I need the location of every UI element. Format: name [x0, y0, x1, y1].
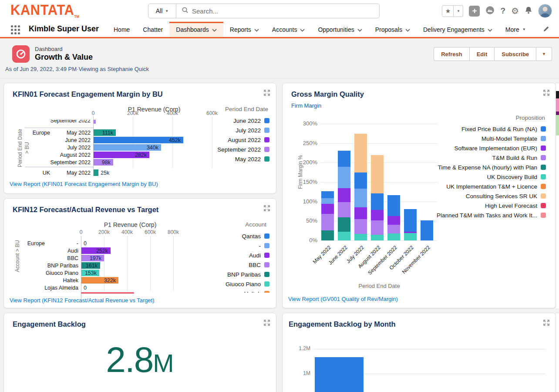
legend-label: Audi [249, 252, 261, 259]
stack-segment[interactable] [404, 233, 417, 240]
y-axis-tick: 150% [295, 179, 317, 185]
legend-swatch [264, 253, 269, 258]
stack-segment[interactable] [354, 219, 367, 234]
stack-segment[interactable] [387, 225, 400, 233]
edit-button[interactable]: Edit [470, 47, 495, 61]
stack-segment[interactable] [338, 151, 350, 167]
x-axis-tick: 600k [141, 229, 160, 235]
expand-icon[interactable] [264, 320, 270, 328]
stack-segment[interactable] [371, 210, 384, 220]
tab-accounts[interactable]: Accounts [266, 22, 312, 37]
bar-value-label: 153k [85, 270, 97, 276]
chevron-down-icon: ▼ [165, 9, 168, 13]
stack-segment[interactable] [421, 220, 433, 240]
bar[interactable] [94, 120, 96, 124]
widget-title: Engagement Backlog [13, 320, 86, 328]
stack-segment[interactable] [338, 232, 350, 240]
stack-segment[interactable] [321, 204, 334, 214]
stack-segment[interactable] [321, 191, 334, 198]
legend-swatch [264, 291, 269, 293]
x-axis-tick: 200k [94, 229, 114, 235]
cutoff-widget-sliver [556, 83, 559, 308]
stack-segment[interactable] [371, 220, 384, 235]
setup-gear-icon[interactable]: ⚙ [511, 7, 519, 15]
stack-segment[interactable] [321, 198, 334, 204]
x-axis-tick: 600k [202, 110, 222, 116]
bar[interactable] [315, 357, 364, 392]
tab-reports[interactable]: Reports [223, 22, 266, 37]
stack-segment[interactable] [338, 217, 350, 232]
legend-label: August 2022 [228, 137, 261, 143]
kfin01-legend: June 2022July 2022August 2022September 2… [191, 116, 269, 164]
target-line [81, 292, 134, 294]
bar[interactable] [94, 169, 98, 176]
row-label: June 2022 [50, 137, 91, 143]
tab-label: Proposals [375, 26, 402, 33]
stack-segment[interactable] [371, 155, 384, 193]
tab-chatter[interactable]: Chatter [136, 22, 169, 37]
tab-label: Opportunities [318, 26, 354, 33]
tab-dashboards[interactable]: Dashboards [169, 22, 223, 37]
stack-segment[interactable] [321, 230, 334, 240]
legend-item: Planned T&M with Tasks and Work It... [387, 210, 546, 220]
legend-swatch [264, 272, 269, 277]
global-search[interactable]: All▼ [148, 3, 380, 18]
stack-segment[interactable] [338, 188, 350, 202]
trailhead-icon[interactable] [485, 6, 495, 17]
tab-proposals[interactable]: Proposals [369, 22, 417, 37]
app-name[interactable]: Kimble Super User [29, 24, 99, 34]
more-actions-caret-button[interactable]: ▼ [536, 47, 552, 61]
legend-item: UK Implementation T&M + Licence [387, 182, 546, 191]
app-launcher-icon[interactable] [11, 25, 21, 35]
group-separator [25, 167, 93, 167]
legend-swatch [541, 145, 546, 151]
dashboard-actions: Refresh Edit Subscribe ▼ [434, 47, 552, 61]
stack-segment[interactable] [371, 235, 384, 240]
legend-swatch [541, 155, 546, 160]
stack-segment[interactable] [354, 207, 367, 219]
tab-more[interactable]: More▼ [499, 22, 532, 37]
cutoff-widget-sliver-2 [556, 313, 559, 392]
tab-delivery-engagements[interactable]: Delivery Engagements [417, 22, 499, 37]
search-scope-dropdown[interactable]: All▼ [148, 4, 176, 18]
tab-home[interactable]: Home [107, 22, 136, 37]
tab-label: Accounts [272, 26, 297, 33]
view-report-link[interactable]: View Report (GV001 Quality of Rev/Margin… [288, 296, 398, 302]
search-input[interactable] [192, 7, 379, 15]
favorites-caret-icon[interactable]: ▼ [454, 5, 463, 17]
edit-nav-pencil-icon[interactable] [543, 26, 549, 34]
view-report-link[interactable]: View Report (KFIN12 Forecast/Actual Reve… [10, 297, 155, 304]
favorites-star-icon[interactable]: ★ [442, 5, 454, 17]
stack-segment[interactable] [404, 232, 417, 233]
legend-item: Software Implementation (EUR) [387, 143, 546, 153]
legend-label: Fixed Price Build & Run (NA) [461, 126, 537, 132]
legend-item: September 2022 [191, 145, 269, 154]
legend-item: High Level Forecast [387, 201, 546, 210]
notifications-bell-icon[interactable] [525, 6, 532, 16]
legend-swatch [264, 147, 269, 152]
stack-segment[interactable] [387, 233, 400, 240]
view-report-link[interactable]: View Report (KFIN01 Forecast Engagement … [10, 181, 158, 187]
stack-segment[interactable] [371, 193, 384, 210]
kantata-logo[interactable]: KANTATATM [10, 2, 79, 19]
x-axis-tick: 0 [71, 229, 91, 235]
stack-segment[interactable] [354, 134, 367, 172]
stack-segment[interactable] [354, 189, 367, 207]
user-avatar[interactable] [538, 4, 552, 18]
kfin12-legend: Qantas-AudiBBCBNP ParibasGiuoco PianoHal… [191, 231, 269, 293]
stack-segment[interactable] [354, 234, 367, 240]
subscribe-button[interactable]: Subscribe [495, 47, 536, 61]
row-label: July 2022 [50, 145, 91, 151]
stack-segment[interactable] [338, 202, 350, 217]
help-icon[interactable]: ? [500, 6, 505, 16]
global-add-icon[interactable]: + [469, 6, 480, 17]
tab-opportunities[interactable]: Opportunities [311, 22, 368, 37]
refresh-button[interactable]: Refresh [434, 47, 469, 61]
x-axis-tick: 400k [118, 229, 137, 235]
stack-segment[interactable] [354, 172, 367, 189]
dashboard-page-header: Dashboard Growth & Value As of Jun 29, 2… [0, 40, 559, 78]
widget-engagement-backlog-by-month: Engagement Backlog by Month 1.2M1M [282, 313, 556, 392]
widget-gross-margin-quality: Gross Margin Quality Firm Margin Proposi… [282, 83, 556, 308]
stack-segment[interactable] [321, 214, 334, 230]
stack-segment[interactable] [338, 167, 350, 188]
